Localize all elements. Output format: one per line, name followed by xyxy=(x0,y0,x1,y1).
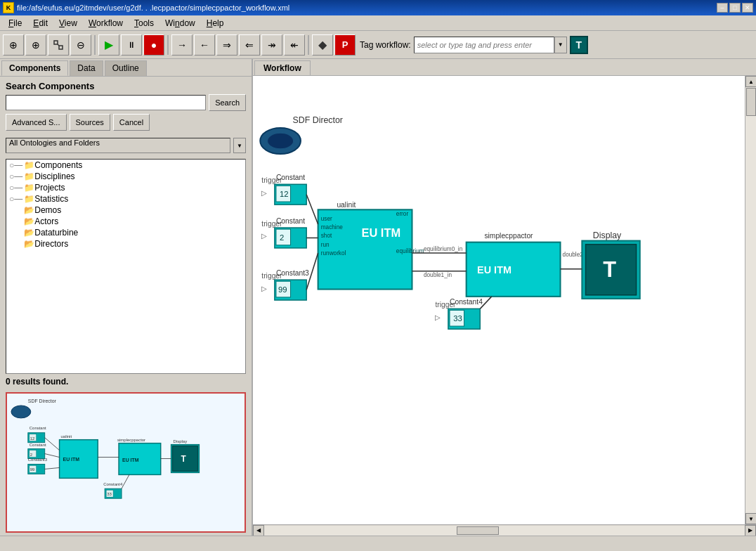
svg-text:ualinit: ualinit xyxy=(337,201,356,209)
advanced-search-button[interactable]: Advanced S... xyxy=(6,114,67,131)
hscroll-thumb[interactable] xyxy=(457,526,499,535)
tree-bullet-statistics: ○— xyxy=(9,194,22,204)
zoom-in-button[interactable]: ⊕ xyxy=(3,34,24,56)
ontology-dropdown-button[interactable]: ▼ xyxy=(233,138,246,153)
workflow-main: SDF Director trigger ▷ 12 Constant trigg… xyxy=(253,76,756,524)
tree-label-statistics: Statistics xyxy=(34,194,68,204)
tree-item-disciplines[interactable]: ○— 📁 Disciplines xyxy=(6,171,245,182)
tree-bullet-disciplines: ○— xyxy=(9,171,22,181)
right-scrollbar[interactable]: ▲ ▼ xyxy=(745,76,756,524)
skip-fwd-button[interactable]: ↠ xyxy=(261,34,282,56)
stop-button[interactable]: ● xyxy=(143,34,164,56)
svg-rect-0 xyxy=(54,41,58,44)
tag-t-button[interactable]: T xyxy=(570,36,588,54)
red-p-button[interactable]: P xyxy=(334,34,356,56)
run-button[interactable]: ▶ xyxy=(98,34,119,56)
sources-button[interactable]: Sources xyxy=(70,114,110,131)
svg-text:user: user xyxy=(321,216,332,222)
tree-folder-icon-disciplines: 📁 xyxy=(24,171,34,181)
zoom-fit-button[interactable]: ⊕ xyxy=(25,34,46,56)
pause-button[interactable]: ⏸ xyxy=(121,34,142,56)
diamond-button[interactable]: ◆ xyxy=(312,34,333,56)
menu-edit[interactable]: Edit xyxy=(27,17,53,30)
tree-area[interactable]: ○— 📁 Components ○— 📁 Disciplines ○— 📁 Pr… xyxy=(6,159,246,374)
tag-dropdown-button[interactable]: ▼ xyxy=(554,37,567,53)
svg-text:EU ITM: EU ITM xyxy=(477,264,511,276)
svg-rect-1 xyxy=(59,46,63,49)
scroll-thumb-right[interactable] xyxy=(746,88,756,116)
search-title: Search Components xyxy=(6,81,246,91)
tree-label-projects: Projects xyxy=(34,183,65,193)
svg-text:99: 99 xyxy=(278,285,287,294)
ontology-area: All Ontologies and Folders ▼ xyxy=(0,138,252,159)
tree-item-demos[interactable]: ○— 📂 Demos xyxy=(6,205,245,216)
tree-folder-icon-projects: 📁 xyxy=(24,183,34,193)
zoom-out-button[interactable]: ⊖ xyxy=(70,34,91,56)
tab-data[interactable]: Data xyxy=(70,60,103,76)
scroll-right-button[interactable]: ▶ xyxy=(745,525,756,536)
svg-text:simplecppactor: simplecppactor xyxy=(117,438,145,442)
results-count: 0 results found. xyxy=(0,374,252,389)
tag-workflow-area: Tag workflow: ▼ T xyxy=(360,36,588,54)
tab-components[interactable]: Components xyxy=(1,60,68,76)
tree-item-projects[interactable]: ○— 📁 Projects xyxy=(6,182,245,193)
tree-folder-icon-directors: 📂 xyxy=(24,239,34,249)
fast-forward-button[interactable]: ⇒ xyxy=(216,34,237,56)
ontology-select[interactable]: All Ontologies and Folders xyxy=(6,138,230,153)
workflow-canvas[interactable]: SDF Director trigger ▷ 12 Constant trigg… xyxy=(253,76,745,524)
scroll-up-button[interactable]: ▲ xyxy=(745,76,756,87)
tree-item-components[interactable]: ○— 📁 Components xyxy=(6,160,245,171)
menu-file[interactable]: File xyxy=(3,17,27,30)
svg-text:Display: Display xyxy=(593,231,622,241)
tree-label-disciplines: Disciplines xyxy=(34,171,74,181)
search-row: Search xyxy=(6,94,246,111)
cancel-button[interactable]: Cancel xyxy=(113,114,150,131)
tree-label-directors: Directors xyxy=(34,239,68,249)
svg-text:Constant: Constant xyxy=(30,443,46,447)
svg-text:error: error xyxy=(396,211,409,217)
tree-bullet-actors: ○— xyxy=(9,216,22,226)
menu-tools[interactable]: Tools xyxy=(129,17,159,30)
scroll-left-button[interactable]: ◀ xyxy=(253,525,264,536)
menu-window[interactable]: Window xyxy=(159,17,201,30)
skip-back-button[interactable]: ↞ xyxy=(284,34,305,56)
minimize-button[interactable]: – xyxy=(717,3,728,13)
zoom-fit2-button[interactable] xyxy=(48,34,69,56)
tab-workflow[interactable]: Workflow xyxy=(254,60,311,75)
search-panel: Search Components Search Advanced S... S… xyxy=(0,77,252,138)
tree-item-directors[interactable]: ○— 📂 Directors xyxy=(6,238,245,249)
svg-text:Display: Display xyxy=(174,439,188,443)
tree-item-dataturbine[interactable]: ○— 📂 Dataturbine xyxy=(6,227,245,238)
tree-bullet-directors: ○— xyxy=(9,239,22,249)
svg-text:▷: ▷ xyxy=(261,285,267,292)
workflow-content: SDF Director trigger ▷ 12 Constant trigg… xyxy=(253,76,756,536)
step-back-button[interactable]: ← xyxy=(194,34,215,56)
svg-point-38 xyxy=(268,133,294,149)
maximize-button[interactable]: □ xyxy=(729,3,741,13)
svg-line-2 xyxy=(58,44,59,46)
tab-outline[interactable]: Outline xyxy=(105,60,147,76)
window-title: file:/afs/eufus.eu/g2itmdev/user/g2df. .… xyxy=(17,4,289,12)
tag-workflow-input[interactable] xyxy=(414,37,554,53)
svg-text:T: T xyxy=(603,257,616,282)
search-input[interactable] xyxy=(6,95,206,110)
right-panel: Workflow SDF Director trigger ▷ 12 xyxy=(253,59,756,536)
rewind-button[interactable]: ⇐ xyxy=(239,34,260,56)
svg-line-21 xyxy=(45,454,60,458)
search-button[interactable]: Search xyxy=(209,94,246,111)
tree-item-actors[interactable]: ○— 📂 Actors xyxy=(6,216,245,227)
hscroll-track[interactable] xyxy=(264,526,745,536)
step-forward-button[interactable]: → xyxy=(171,34,193,56)
close-button[interactable]: ✕ xyxy=(742,3,753,13)
svg-text:Constant: Constant xyxy=(30,426,46,430)
scroll-track-right[interactable] xyxy=(745,87,756,513)
menu-workflow[interactable]: Workflow xyxy=(83,17,129,30)
scroll-down-button[interactable]: ▼ xyxy=(745,513,756,524)
menu-view[interactable]: View xyxy=(53,17,83,30)
svg-text:Constant: Constant xyxy=(276,174,305,181)
titlebar: K file:/afs/eufus.eu/g2itmdev/user/g2df.… xyxy=(0,0,756,15)
bottom-scrollbar[interactable]: ◀ ▶ xyxy=(253,524,756,536)
menu-help[interactable]: Help xyxy=(201,17,230,30)
mini-view[interactable]: SDF Director Constant 12 Constant 2 Cons… xyxy=(6,392,246,533)
tree-item-statistics[interactable]: ○— 📁 Statistics xyxy=(6,193,245,205)
